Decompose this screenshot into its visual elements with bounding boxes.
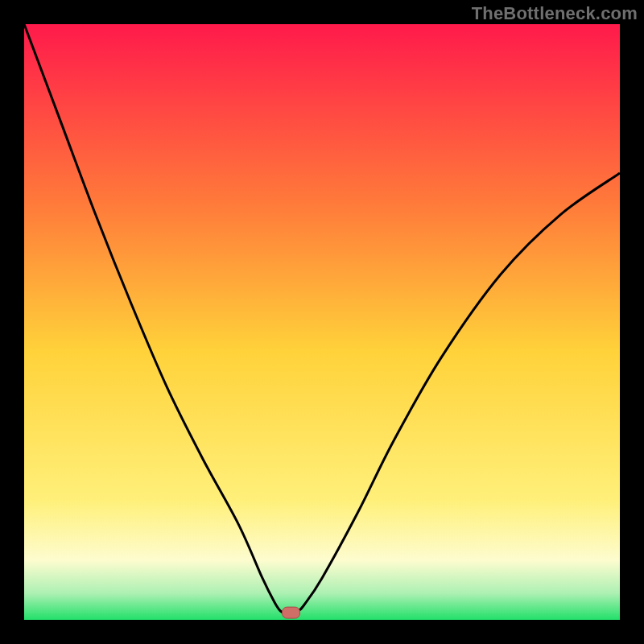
chart-frame: TheBottleneck.com (0, 0, 644, 644)
plot-area (24, 24, 620, 620)
optimum-marker (283, 607, 300, 618)
plot-svg (24, 24, 620, 620)
watermark-text: TheBottleneck.com (472, 3, 638, 24)
plot-background (24, 24, 620, 620)
